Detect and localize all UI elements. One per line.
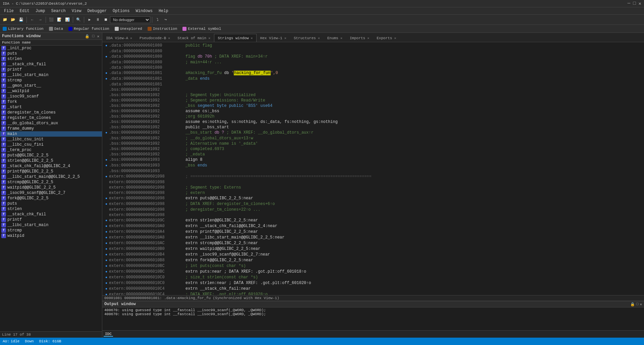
list-item[interactable]: fwaitpid@@GLIBC_2_2_5: [0, 185, 102, 190]
menu-item-options[interactable]: Options: [110, 8, 132, 14]
output-lock-btn[interactable]: 🔒: [630, 302, 635, 306]
list-item[interactable]: fputs@@GLIBC_2_2_5: [0, 153, 102, 158]
tab-close-icon[interactable]: ✕: [208, 36, 210, 40]
list-item[interactable]: fmain: [0, 131, 102, 137]
table-row[interactable]: .bss:0000000000601092; Segment type: Uni…: [102, 92, 644, 98]
table-row[interactable]: .bss:0000000000601092 assume cs:_bss: [102, 109, 644, 114]
tab-exports[interactable]: Exports✕: [373, 34, 400, 42]
stop-btn[interactable]: ⏹: [102, 16, 109, 23]
table-row[interactable]: ●.data:0000000000601080 public flag: [102, 43, 644, 49]
list-item[interactable]: f__libc_start_main: [0, 222, 102, 228]
table-row[interactable]: .bss:0000000000601092_bss segment byte p…: [102, 103, 644, 109]
menu-item-debugger[interactable]: Debugger: [85, 8, 109, 14]
table-row[interactable]: ●extern:00000000006010AC extrn strcmp@@G…: [102, 240, 644, 246]
fwd-btn[interactable]: →: [37, 16, 44, 23]
code-btn[interactable]: 📝: [56, 16, 63, 23]
table-row[interactable]: .data:0000000000601081: [102, 82, 644, 87]
menu-item-help[interactable]: Help: [156, 8, 171, 14]
table-row[interactable]: ●.data:0000000000601081_data ends: [102, 76, 644, 82]
table-row[interactable]: ●extern:0000000000601098; ==============…: [102, 174, 644, 180]
menu-item-windows[interactable]: Windows: [133, 8, 155, 14]
output-tab-idc[interactable]: IDC: [104, 332, 113, 337]
code-area[interactable]: ●.data:0000000000601080 public flag.data…: [102, 42, 644, 295]
list-item[interactable]: fderegister_tm_clones: [0, 110, 102, 115]
debugger-select[interactable]: No debugger: [110, 16, 150, 23]
list-item[interactable]: f__waitpid: [0, 88, 102, 94]
run-btn[interactable]: ▶: [86, 16, 93, 23]
table-row[interactable]: ●extern:00000000006010B4 extrn _isoc99_s…: [102, 252, 644, 258]
hex-btn[interactable]: ⬛: [48, 16, 55, 23]
tab-close-icon[interactable]: ✕: [394, 36, 396, 40]
tab-close-icon[interactable]: ✕: [130, 36, 132, 40]
save-btn[interactable]: 💾: [17, 16, 25, 23]
table-row[interactable]: ●extern:00000000006010C4 ; DATA XREF: .g…: [102, 292, 644, 295]
table-row[interactable]: extern:0000000000601098; extern: [102, 190, 644, 196]
table-row[interactable]: extern:0000000000601098; Segment type: E…: [102, 185, 644, 190]
table-row[interactable]: .data:0000000000601080: [102, 65, 644, 70]
table-row[interactable]: .bss:0000000000601092 ;org 601092h: [102, 114, 644, 119]
list-item[interactable]: fstrcmp: [0, 228, 102, 233]
list-item[interactable]: fprintf: [0, 67, 102, 72]
list-item[interactable]: fregister_tm_clones: [0, 115, 102, 121]
table-row[interactable]: ●extern:0000000000601098 extrn puts@@GLI…: [102, 196, 644, 201]
menu-item-file[interactable]: File: [1, 8, 16, 14]
table-row[interactable]: ●extern:00000000006010BC extrn puts:near…: [102, 269, 644, 275]
tab-close-icon[interactable]: ✕: [284, 36, 286, 40]
back-btn[interactable]: ←: [29, 16, 36, 23]
tab-stack-of-main[interactable]: Stack of main✕: [174, 34, 214, 42]
table-row[interactable]: .bss:0000000000601092 ; __do_global_dtor…: [102, 136, 644, 141]
table-row[interactable]: ●extern:00000000006010C0 extrn strlen:ne…: [102, 280, 644, 286]
table-row[interactable]: .bss:0000000000601092: [102, 87, 644, 92]
table-row[interactable]: ●.bss:0000000000601092__bss_start db ? ;…: [102, 130, 644, 136]
new-btn[interactable]: 📁: [1, 16, 9, 23]
list-item[interactable]: f__stack_chk_fail: [0, 212, 102, 217]
table-row[interactable]: ●extern:00000000006010C0; size_t strlen(…: [102, 275, 644, 280]
list-item[interactable]: f_stack_chk_fail@@GLIBC_2_4: [0, 163, 102, 169]
table-row[interactable]: .bss:0000000000601092 assume es:nothing,…: [102, 119, 644, 125]
table-row[interactable]: ●extern:00000000006010C4 extrn __stack_c…: [102, 286, 644, 292]
maximize-button[interactable]: □: [633, 1, 636, 6]
list-item[interactable]: f__do_global_dtors_aux: [0, 121, 102, 126]
functions-float-btn[interactable]: □: [92, 34, 95, 39]
table-row[interactable]: ●extern:00000000006010B0 extrn waitpid@@…: [102, 246, 644, 252]
tab-strings-window[interactable]: Strings window✕: [214, 34, 256, 42]
step-over-btn[interactable]: ↪: [162, 16, 169, 23]
list-item[interactable]: f_start: [0, 105, 102, 110]
functions-list[interactable]: f_init_procfputsfstrlenf__stack_chk_fail…: [0, 46, 102, 331]
table-row[interactable]: ●extern:00000000006010B8 extrn fork@@GLI…: [102, 258, 644, 263]
tab-close-icon[interactable]: ✕: [318, 36, 320, 40]
list-item[interactable]: f__libc_csu_init: [0, 137, 102, 142]
menu-item-view[interactable]: View: [69, 8, 84, 14]
table-row[interactable]: .bss:0000000000601093: [102, 168, 644, 174]
list-item[interactable]: fstrcmp: [0, 78, 102, 83]
table-row[interactable]: extern:0000000000601098: [102, 180, 644, 185]
tab-ida-view-a[interactable]: IDA View-A✕: [102, 34, 136, 42]
table-row[interactable]: extern:0000000000601098 ; deregister_tm_…: [102, 207, 644, 212]
menu-item-jump[interactable]: Jump: [33, 8, 48, 14]
tab-close-icon[interactable]: ✕: [251, 36, 253, 40]
table-row[interactable]: ●.data:0000000000601081aHacking_for_fu d…: [102, 70, 644, 76]
list-item[interactable]: f__gmon_start__: [0, 83, 102, 88]
step-btn[interactable]: ⤵: [154, 16, 161, 23]
table-row[interactable]: .bss:0000000000601092 public __bss_start: [102, 125, 644, 130]
output-float-btn[interactable]: □: [636, 302, 639, 306]
functions-close-btn[interactable]: ✕: [96, 34, 100, 39]
list-item[interactable]: fstrcmp@@GLIBC_2_2_5: [0, 180, 102, 185]
table-row[interactable]: .data:0000000000601080: [102, 49, 644, 54]
menu-item-search[interactable]: Search: [48, 8, 68, 14]
list-item[interactable]: f__libc_csu_fini: [0, 142, 102, 147]
list-item[interactable]: fprintf@@GLIBC_2_2_5: [0, 169, 102, 174]
list-item[interactable]: fprintf: [0, 217, 102, 222]
list-item[interactable]: f_term_proc: [0, 147, 102, 153]
tab-hex-view-1[interactable]: Hex View-1✕: [257, 34, 290, 42]
list-item[interactable]: f_isoc99_scanf: [0, 94, 102, 99]
table-row[interactable]: .bss:0000000000601092; Segment permissio…: [102, 98, 644, 103]
table-row[interactable]: extern:0000000000601098: [102, 212, 644, 218]
tab-close-icon[interactable]: ✕: [340, 36, 342, 40]
table-row[interactable]: .bss:0000000000601092 ; _edata: [102, 152, 644, 157]
table-row[interactable]: ●extern:00000000006010BC; int puts(const…: [102, 263, 644, 269]
open-btn[interactable]: 📂: [9, 16, 17, 23]
graph-btn[interactable]: 📊: [64, 16, 71, 23]
tab-close-icon[interactable]: ✕: [168, 36, 170, 40]
table-row[interactable]: ●extern:0000000000601098 ; DATA XREF: de…: [102, 201, 644, 207]
